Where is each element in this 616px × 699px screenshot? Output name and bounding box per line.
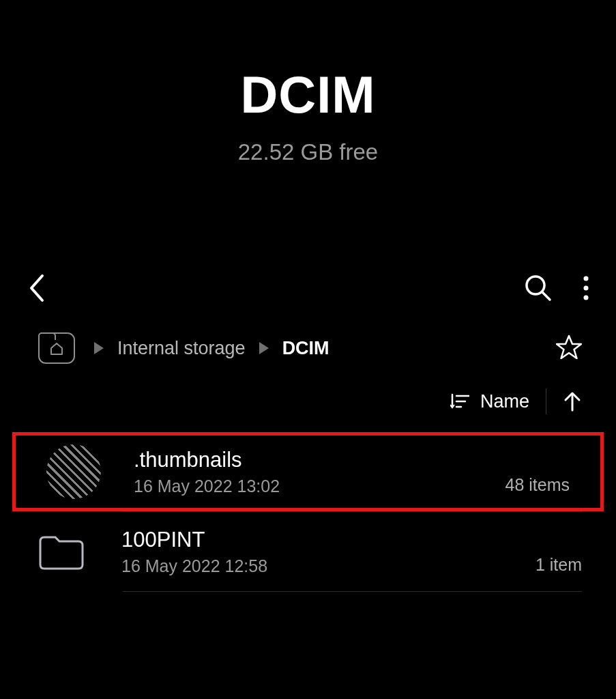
file-date: 16 May 2022 12:58 xyxy=(121,556,536,576)
breadcrumb-items: Internal storage DCIM xyxy=(94,338,329,359)
list-item[interactable]: 100PINT 16 May 2022 12:58 1 item xyxy=(0,512,616,591)
star-icon xyxy=(556,334,582,359)
file-date: 16 May 2022 13:02 xyxy=(134,476,505,496)
svg-point-4 xyxy=(584,296,589,300)
file-meta: .thumbnails 16 May 2022 13:02 xyxy=(134,448,505,496)
chevron-left-icon xyxy=(27,273,46,303)
file-list: .thumbnails 16 May 2022 13:02 48 items 1… xyxy=(0,432,616,592)
list-divider xyxy=(123,591,582,592)
sort-direction-button[interactable] xyxy=(563,391,582,412)
sort-bar: Name xyxy=(0,377,616,432)
folder-icon xyxy=(34,524,89,579)
breadcrumb-link-internal-storage[interactable]: Internal storage xyxy=(117,338,246,359)
sort-label: Name xyxy=(480,391,529,412)
home-folder-icon xyxy=(38,332,75,364)
breadcrumb-current: DCIM xyxy=(282,338,329,359)
svg-point-3 xyxy=(584,286,589,291)
sort-divider xyxy=(546,388,546,414)
file-name: 100PINT xyxy=(121,528,536,552)
folder-thumbnail-icon xyxy=(46,444,101,499)
breadcrumb-bar: Internal storage DCIM xyxy=(0,312,616,377)
toolbar xyxy=(0,264,616,312)
file-item-count: 1 item xyxy=(536,555,582,579)
svg-point-2 xyxy=(584,276,589,281)
more-options-button[interactable] xyxy=(583,276,589,300)
storage-free-label: 22.52 GB free xyxy=(0,139,616,165)
file-name: .thumbnails xyxy=(134,448,505,472)
breadcrumb-home-button[interactable] xyxy=(38,332,75,364)
list-item[interactable]: .thumbnails 16 May 2022 13:02 48 items xyxy=(12,432,604,511)
search-icon xyxy=(525,274,552,302)
back-button[interactable] xyxy=(27,273,46,303)
favorite-button[interactable] xyxy=(556,334,582,362)
search-button[interactable] xyxy=(525,274,552,302)
arrow-up-icon xyxy=(563,391,582,412)
file-meta: 100PINT 16 May 2022 12:58 xyxy=(121,528,536,576)
file-item-count: 48 items xyxy=(505,475,570,499)
chevron-right-icon xyxy=(259,342,269,354)
svg-line-1 xyxy=(542,292,550,300)
kebab-menu-icon xyxy=(583,276,589,300)
page-title: DCIM xyxy=(0,65,616,124)
sort-icon xyxy=(450,393,469,410)
header-section: DCIM 22.52 GB free xyxy=(0,0,616,264)
chevron-right-icon xyxy=(94,342,104,354)
sort-button[interactable]: Name xyxy=(450,391,529,412)
